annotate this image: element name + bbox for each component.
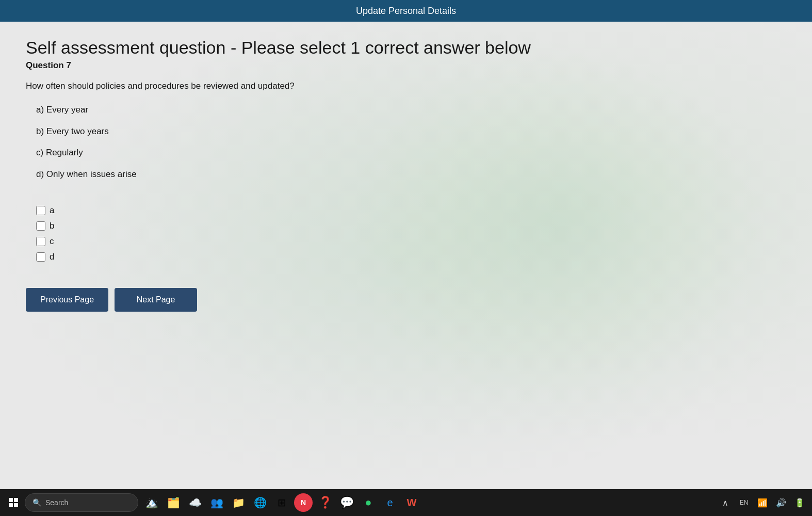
checkbox-input-b[interactable] [36,221,45,231]
button-row: Previous Page Next Page [26,288,786,312]
windows-icon [9,498,18,507]
top-header-bar: Update Personal Details [0,0,812,22]
language-icon[interactable]: EN [736,494,752,511]
taskbar-app-nulab[interactable]: N [294,493,313,512]
header-title: Update Personal Details [356,6,456,17]
question-title: Self assessment question - Please select… [26,37,786,58]
previous-page-button[interactable]: Previous Page [26,288,108,312]
option-d: d) Only when issues arise [36,168,786,181]
option-c: c) Regularly [36,147,786,159]
taskbar: 🔍 Search 🏔️ 🗂️ ☁️ 👥 📁 🌐 ⊞ N ❓ 💬 ● e W ∧ … [0,489,812,516]
checkbox-input-c[interactable] [36,237,45,246]
checkbox-label-b: b [50,221,54,231]
option-b: b) Every two years [36,125,786,138]
checkbox-input-d[interactable] [36,252,45,262]
taskbar-app-ie[interactable]: e [381,493,399,512]
volume-icon[interactable]: 🔊 [773,494,789,511]
taskbar-app-onedrive[interactable]: ☁️ [186,493,204,512]
taskbar-app-green-circle[interactable]: ● [359,493,378,512]
checkbox-c[interactable]: c [36,236,786,247]
checkbox-label-c: c [50,236,54,247]
wifi-icon[interactable]: 📶 [754,494,771,511]
checkbox-label-a: a [50,205,54,216]
chevron-up-icon[interactable]: ∧ [717,494,734,511]
search-icon: 🔍 [33,498,41,507]
taskbar-app-folder[interactable]: 📁 [229,493,248,512]
checkbox-group: a b c d [36,205,786,267]
taskbar-app-files[interactable]: 🗂️ [164,493,183,512]
taskbar-app-chat[interactable]: 💬 [337,493,356,512]
main-content-area: Self assessment question - Please select… [0,22,812,489]
checkbox-input-a[interactable] [36,206,45,215]
taskbar-app-grid[interactable]: ⊞ [272,493,291,512]
start-button[interactable] [4,493,23,512]
taskbar-app-help[interactable]: ❓ [316,493,334,512]
checkbox-a[interactable]: a [36,205,786,216]
search-placeholder-text: Search [45,498,68,507]
next-page-button[interactable]: Next Page [115,288,197,312]
checkbox-d[interactable]: d [36,252,786,262]
checkbox-b[interactable]: b [36,221,786,231]
taskbar-search-box[interactable]: 🔍 Search [25,493,138,512]
checkbox-label-d: d [50,252,54,262]
taskbar-system-tray: ∧ EN 📶 🔊 🔋 [717,494,808,511]
taskbar-app-word[interactable]: W [402,493,421,512]
taskbar-app-landscape[interactable]: 🏔️ [142,493,161,512]
taskbar-app-teams[interactable]: 👥 [207,493,226,512]
question-label: Question 7 [26,60,786,71]
battery-icon[interactable]: 🔋 [791,494,808,511]
option-a: a) Every year [36,104,786,116]
taskbar-app-icons: 🏔️ 🗂️ ☁️ 👥 📁 🌐 ⊞ N ❓ 💬 ● e W [142,493,421,512]
answer-options-list: a) Every year b) Every two years c) Regu… [36,104,786,190]
taskbar-app-edge[interactable]: 🌐 [251,493,269,512]
question-text: How often should policies and procedures… [26,81,786,91]
